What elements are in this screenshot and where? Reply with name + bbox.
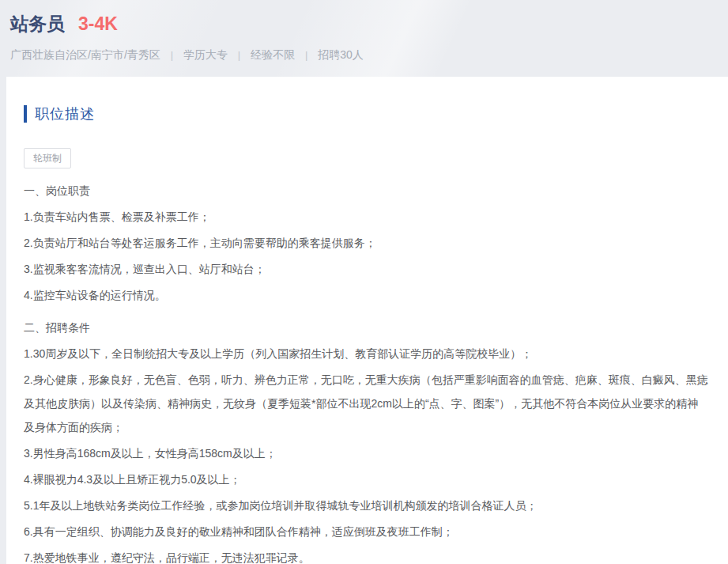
description-line: 3.男性身高168cm及以上，女性身高158cm及以上；: [24, 441, 708, 465]
meta-separator: |: [238, 49, 240, 61]
section-accent-bar: [24, 105, 27, 123]
tag-row: 轮班制: [24, 148, 708, 168]
shift-system-tag: 轮班制: [24, 148, 71, 168]
description-line: 3.监视乘客客流情况，巡查出入口、站厅和站台；: [24, 257, 708, 281]
meta-separator: |: [171, 49, 173, 61]
job-meta-row: 广西壮族自治区/南宁市/青秀区 | 学历大专 | 经验不限 | 招聘30人: [10, 48, 728, 62]
job-title-row: 站务员 3-4K: [10, 13, 728, 35]
description-line: 1.30周岁及以下，全日制统招大专及以上学历（列入国家招生计划、教育部认证学历的…: [24, 342, 708, 365]
job-header-banner: 站务员 3-4K 广西壮族自治区/南宁市/青秀区 | 学历大专 | 经验不限 |…: [0, 0, 728, 77]
meta-location: 广西壮族自治区/南宁市/青秀区: [10, 48, 160, 61]
job-salary: 3-4K: [78, 13, 118, 35]
section-header: 职位描述: [24, 104, 708, 123]
description-line: 1.负责车站内售票、检票及补票工作；: [24, 205, 708, 229]
description-line: 5.1年及以上地铁站务类岗位工作经验，或参加岗位培训并取得城轨专业培训机构颁发的…: [24, 494, 708, 517]
job-description-card: 职位描述 轮班制 一、岗位职责 1.负责车站内售票、检票及补票工作； 2.负责站…: [6, 77, 728, 564]
section-heading: 一、岗位职责: [24, 179, 708, 203]
meta-separator: |: [305, 49, 307, 61]
job-title: 站务员: [10, 13, 65, 35]
requirements-section: 二、招聘条件 1.30周岁及以下，全日制统招大专及以上学历（列入国家招生计划、教…: [24, 316, 708, 564]
section-heading: 二、招聘条件: [24, 316, 708, 339]
description-line: 4.监控车站设备的运行情况。: [24, 283, 708, 307]
section-title: 职位描述: [35, 104, 95, 123]
meta-education: 学历大专: [183, 48, 228, 61]
job-detail-page: 站务员 3-4K 广西壮族自治区/南宁市/青秀区 | 学历大专 | 经验不限 |…: [0, 0, 728, 564]
description-line: 2.负责站厅和站台等处客运服务工作，主动向需要帮助的乘客提供服务；: [24, 231, 708, 255]
description-body: 一、岗位职责 1.负责车站内售票、检票及补票工作； 2.负责站厅和站台等处客运服…: [24, 179, 708, 564]
description-line: 6.具有一定组织、协调能力及良好的敬业精神和团队合作精神，适应倒班及夜班工作制；: [24, 520, 708, 543]
description-line: 7.热爱地铁事业，遵纪守法，品行端正，无违法犯罪记录。: [24, 546, 708, 564]
description-line: 4.裸眼视力4.3及以上且矫正视力5.0及以上；: [24, 467, 708, 491]
meta-headcount: 招聘30人: [318, 48, 364, 61]
duties-section: 一、岗位职责 1.负责车站内售票、检票及补票工作； 2.负责站厅和站台等处客运服…: [24, 179, 708, 307]
meta-experience: 经验不限: [251, 48, 295, 61]
description-line: 2.身心健康，形象良好，无色盲、色弱，听力、辨色力正常，无口吃，无重大疾病（包括…: [24, 368, 708, 439]
